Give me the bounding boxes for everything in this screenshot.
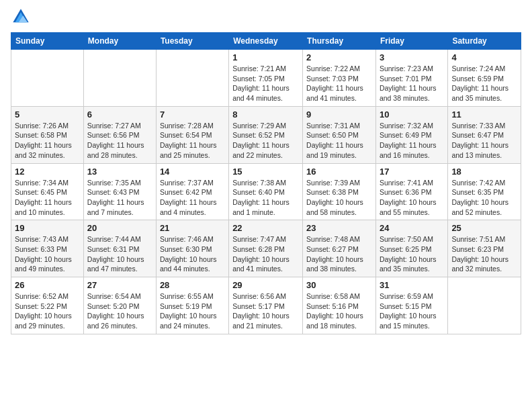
day-info: Sunrise: 7:51 AM Sunset: 6:23 PM Dayligh… (451, 234, 517, 274)
day-info: Sunrise: 7:39 AM Sunset: 6:38 PM Dayligh… (306, 178, 372, 218)
calendar-cell: 18Sunrise: 7:42 AM Sunset: 6:35 PM Dayli… (448, 163, 521, 220)
day-number: 15 (232, 167, 299, 177)
week-row-2: 5Sunrise: 7:26 AM Sunset: 6:58 PM Daylig… (11, 106, 521, 163)
calendar-cell: 24Sunrise: 7:50 AM Sunset: 6:25 PM Dayli… (375, 220, 447, 277)
day-info: Sunrise: 7:48 AM Sunset: 6:27 PM Dayligh… (306, 234, 372, 274)
day-number: 21 (160, 223, 225, 233)
day-number: 9 (306, 109, 372, 120)
calendar-cell: 21Sunrise: 7:46 AM Sunset: 6:30 PM Dayli… (156, 220, 228, 277)
header (11, 7, 521, 27)
calendar-cell: 7Sunrise: 7:28 AM Sunset: 6:54 PM Daylig… (156, 106, 228, 163)
weekday-header-saturday: Saturday (448, 33, 521, 50)
calendar-cell: 20Sunrise: 7:44 AM Sunset: 6:31 PM Dayli… (83, 220, 156, 277)
day-number: 14 (160, 167, 225, 177)
calendar-cell: 25Sunrise: 7:51 AM Sunset: 6:23 PM Dayli… (448, 220, 521, 277)
day-info: Sunrise: 6:56 AM Sunset: 5:17 PM Dayligh… (232, 291, 299, 331)
calendar-cell: 17Sunrise: 7:41 AM Sunset: 6:36 PM Dayli… (375, 163, 447, 220)
day-number: 10 (380, 109, 444, 120)
day-number: 30 (306, 280, 372, 290)
calendar-cell: 8Sunrise: 7:29 AM Sunset: 6:52 PM Daylig… (229, 106, 303, 163)
day-info: Sunrise: 7:34 AM Sunset: 6:45 PM Dayligh… (15, 178, 80, 218)
week-row-5: 26Sunrise: 6:52 AM Sunset: 5:22 PM Dayli… (11, 277, 521, 334)
calendar-cell: 13Sunrise: 7:35 AM Sunset: 6:43 PM Dayli… (83, 163, 156, 220)
day-number: 27 (87, 280, 152, 290)
calendar-cell: 11Sunrise: 7:33 AM Sunset: 6:47 PM Dayli… (448, 106, 521, 163)
day-info: Sunrise: 7:42 AM Sunset: 6:35 PM Dayligh… (451, 178, 517, 218)
week-row-4: 19Sunrise: 7:43 AM Sunset: 6:33 PM Dayli… (11, 220, 521, 277)
calendar-table: SundayMondayTuesdayWednesdayThursdayFrid… (11, 32, 521, 334)
day-number: 12 (15, 167, 80, 177)
calendar-cell: 28Sunrise: 6:55 AM Sunset: 5:19 PM Dayli… (156, 277, 228, 334)
day-number: 4 (451, 52, 517, 62)
calendar-cell (448, 277, 521, 334)
day-info: Sunrise: 7:50 AM Sunset: 6:25 PM Dayligh… (380, 234, 444, 274)
calendar-cell: 16Sunrise: 7:39 AM Sunset: 6:38 PM Dayli… (303, 163, 376, 220)
day-number: 7 (160, 109, 225, 120)
day-info: Sunrise: 7:28 AM Sunset: 6:54 PM Dayligh… (160, 121, 225, 161)
weekday-header-monday: Monday (83, 33, 156, 50)
day-number: 17 (380, 167, 444, 177)
day-info: Sunrise: 7:22 AM Sunset: 7:03 PM Dayligh… (306, 64, 372, 103)
calendar-cell: 6Sunrise: 7:27 AM Sunset: 6:56 PM Daylig… (83, 106, 156, 163)
day-number: 19 (15, 223, 80, 233)
week-row-1: 1Sunrise: 7:21 AM Sunset: 7:05 PM Daylig… (11, 50, 521, 107)
weekday-header-sunday: Sunday (11, 33, 84, 50)
calendar-cell: 26Sunrise: 6:52 AM Sunset: 5:22 PM Dayli… (11, 277, 84, 334)
calendar-page: SundayMondayTuesdayWednesdayThursdayFrid… (0, 0, 532, 411)
day-info: Sunrise: 7:29 AM Sunset: 6:52 PM Dayligh… (232, 121, 299, 161)
calendar-cell: 27Sunrise: 6:54 AM Sunset: 5:20 PM Dayli… (83, 277, 156, 334)
day-number: 1 (232, 52, 299, 62)
day-info: Sunrise: 7:41 AM Sunset: 6:36 PM Dayligh… (380, 178, 444, 218)
calendar-cell: 19Sunrise: 7:43 AM Sunset: 6:33 PM Dayli… (11, 220, 84, 277)
day-info: Sunrise: 7:23 AM Sunset: 7:01 PM Dayligh… (380, 64, 444, 103)
day-number: 13 (87, 167, 152, 177)
day-info: Sunrise: 7:21 AM Sunset: 7:05 PM Dayligh… (232, 64, 299, 103)
calendar-cell (156, 50, 228, 107)
weekday-header-wednesday: Wednesday (229, 33, 303, 50)
calendar-cell (11, 50, 84, 107)
calendar-cell (83, 50, 156, 107)
day-info: Sunrise: 7:32 AM Sunset: 6:49 PM Dayligh… (380, 121, 444, 161)
day-number: 11 (451, 109, 517, 120)
day-info: Sunrise: 7:37 AM Sunset: 6:42 PM Dayligh… (160, 178, 225, 218)
day-info: Sunrise: 7:44 AM Sunset: 6:31 PM Dayligh… (87, 234, 152, 274)
calendar-cell: 29Sunrise: 6:56 AM Sunset: 5:17 PM Dayli… (229, 277, 303, 334)
weekday-header-friday: Friday (375, 33, 447, 50)
day-info: Sunrise: 7:31 AM Sunset: 6:50 PM Dayligh… (306, 121, 372, 161)
logo (11, 7, 34, 27)
logo-icon (11, 7, 31, 27)
day-number: 2 (306, 52, 372, 62)
day-info: Sunrise: 6:54 AM Sunset: 5:20 PM Dayligh… (87, 291, 152, 331)
day-info: Sunrise: 6:58 AM Sunset: 5:16 PM Dayligh… (306, 291, 372, 331)
calendar-cell: 30Sunrise: 6:58 AM Sunset: 5:16 PM Dayli… (303, 277, 376, 334)
weekday-header-tuesday: Tuesday (156, 33, 228, 50)
calendar-cell: 10Sunrise: 7:32 AM Sunset: 6:49 PM Dayli… (375, 106, 447, 163)
day-number: 23 (306, 223, 372, 233)
day-info: Sunrise: 7:35 AM Sunset: 6:43 PM Dayligh… (87, 178, 152, 218)
calendar-cell: 12Sunrise: 7:34 AM Sunset: 6:45 PM Dayli… (11, 163, 84, 220)
week-row-3: 12Sunrise: 7:34 AM Sunset: 6:45 PM Dayli… (11, 163, 521, 220)
day-info: Sunrise: 7:27 AM Sunset: 6:56 PM Dayligh… (87, 121, 152, 161)
day-number: 6 (87, 109, 152, 120)
calendar-cell: 1Sunrise: 7:21 AM Sunset: 7:05 PM Daylig… (229, 50, 303, 107)
day-info: Sunrise: 7:46 AM Sunset: 6:30 PM Dayligh… (160, 234, 225, 274)
day-number: 29 (232, 280, 299, 290)
day-number: 25 (451, 223, 517, 233)
day-info: Sunrise: 6:55 AM Sunset: 5:19 PM Dayligh… (160, 291, 225, 331)
calendar-cell: 22Sunrise: 7:47 AM Sunset: 6:28 PM Dayli… (229, 220, 303, 277)
day-number: 18 (451, 167, 517, 177)
calendar-cell: 31Sunrise: 6:59 AM Sunset: 5:15 PM Dayli… (375, 277, 447, 334)
calendar-cell: 5Sunrise: 7:26 AM Sunset: 6:58 PM Daylig… (11, 106, 84, 163)
day-info: Sunrise: 7:38 AM Sunset: 6:40 PM Dayligh… (232, 178, 299, 218)
day-number: 26 (15, 280, 80, 290)
day-info: Sunrise: 7:47 AM Sunset: 6:28 PM Dayligh… (232, 234, 299, 274)
day-number: 5 (15, 109, 80, 120)
weekday-header-row: SundayMondayTuesdayWednesdayThursdayFrid… (11, 33, 521, 50)
day-info: Sunrise: 6:52 AM Sunset: 5:22 PM Dayligh… (15, 291, 80, 331)
day-number: 3 (380, 52, 444, 62)
day-number: 22 (232, 223, 299, 233)
calendar-cell: 23Sunrise: 7:48 AM Sunset: 6:27 PM Dayli… (303, 220, 376, 277)
day-number: 31 (380, 280, 444, 290)
day-number: 28 (160, 280, 225, 290)
day-info: Sunrise: 7:24 AM Sunset: 6:59 PM Dayligh… (451, 64, 517, 103)
